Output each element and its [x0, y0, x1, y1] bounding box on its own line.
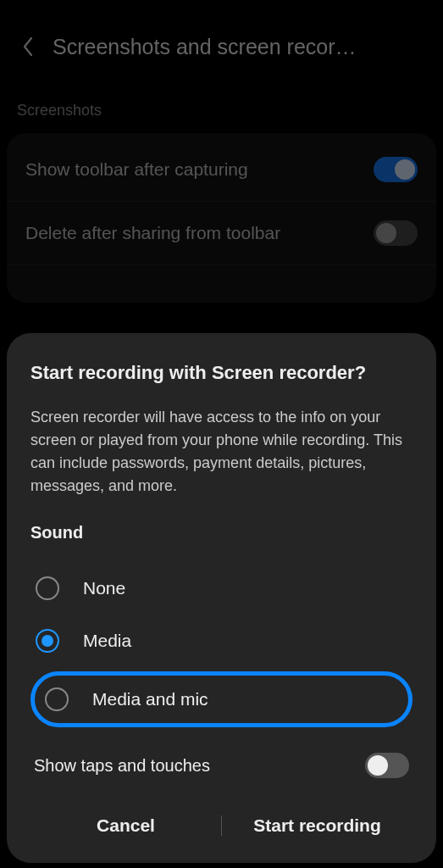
radio-label: Media and mic: [92, 689, 208, 709]
radio-option-media-and-mic[interactable]: Media and mic: [30, 671, 413, 727]
show-taps-row[interactable]: Show taps and touches: [30, 746, 413, 783]
dialog-actions: Cancel Start recording: [30, 807, 413, 844]
radio-label: Media: [83, 631, 131, 651]
radio-icon: [45, 687, 69, 711]
show-taps-label: Show taps and touches: [34, 756, 210, 776]
start-recording-button[interactable]: Start recording: [222, 807, 413, 844]
dialog-body: Screen recorder will have access to the …: [30, 406, 413, 498]
toggle-show-taps[interactable]: [365, 753, 409, 778]
radio-icon: [36, 629, 59, 653]
cancel-button[interactable]: Cancel: [30, 807, 221, 844]
dialog-title: Start recording with Screen recorder?: [30, 362, 413, 384]
screen-recorder-dialog: Start recording with Screen recorder? Sc…: [7, 333, 436, 863]
radio-option-media[interactable]: Media: [30, 617, 413, 665]
radio-option-none[interactable]: None: [30, 565, 413, 612]
radio-dot-icon: [42, 635, 53, 647]
toggle-knob: [368, 755, 388, 776]
radio-icon: [36, 576, 59, 600]
radio-label: None: [83, 578, 125, 598]
sound-heading: Sound: [30, 523, 413, 542]
sound-radio-group: None Media Media and mic: [30, 565, 413, 729]
